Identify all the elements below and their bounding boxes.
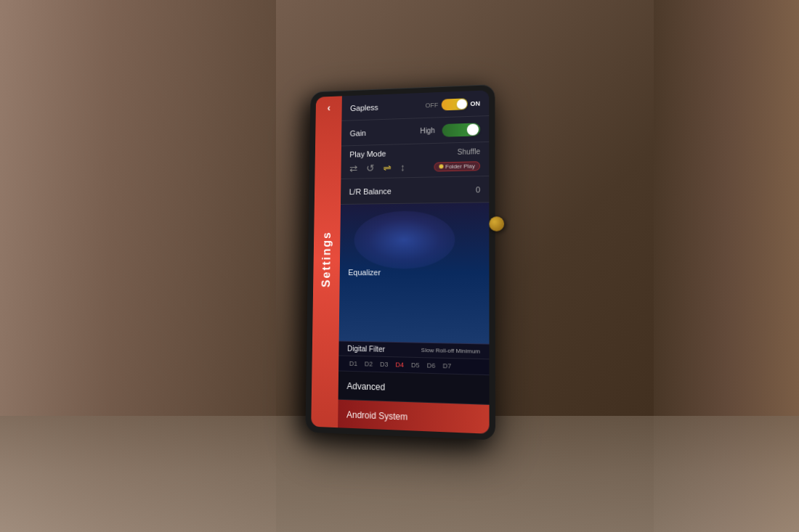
sidebar-title: Settings bbox=[320, 231, 333, 287]
volume-knob[interactable] bbox=[489, 216, 504, 231]
play-icon-alt[interactable]: ↕ bbox=[400, 161, 405, 173]
gain-knob bbox=[467, 123, 479, 134]
eq-glow bbox=[354, 210, 455, 269]
play-mode-value: Shuffle bbox=[458, 147, 480, 155]
gapless-on-label: ON bbox=[470, 99, 480, 107]
digital-filter-label: Digital Filter bbox=[347, 344, 385, 353]
sidebar: ‹ Settings bbox=[311, 96, 342, 427]
gapless-toggle[interactable] bbox=[441, 97, 467, 110]
play-mode-header: Play Mode Shuffle bbox=[349, 147, 480, 158]
filter-d6[interactable]: D6 bbox=[425, 361, 438, 370]
gain-row: Gain High bbox=[341, 115, 489, 146]
filter-d3[interactable]: D3 bbox=[378, 359, 390, 369]
scene: ‹ Settings Gapless OFF ON bbox=[0, 0, 799, 532]
lr-balance-value: 0 bbox=[476, 184, 480, 193]
gapless-off-label: OFF bbox=[425, 101, 438, 108]
android-system-label: Android System bbox=[346, 409, 407, 422]
gain-label: Gain bbox=[350, 128, 366, 136]
back-button[interactable]: ‹ bbox=[327, 102, 330, 112]
filter-d4[interactable]: D4 bbox=[393, 360, 406, 369]
gain-toggle[interactable] bbox=[442, 122, 480, 136]
screen: ‹ Settings Gapless OFF ON bbox=[311, 90, 489, 434]
filter-d5[interactable]: D5 bbox=[409, 360, 422, 369]
digital-filter-value: Slow Roll-off Minimum bbox=[421, 346, 480, 354]
android-system-row[interactable]: Android System bbox=[338, 399, 490, 433]
play-mode-label: Play Mode bbox=[349, 149, 386, 158]
folder-play-text: Folder Play bbox=[445, 162, 475, 169]
lr-balance-label: L/R Balance bbox=[349, 186, 392, 195]
gapless-toggle-knob bbox=[456, 98, 466, 108]
filter-d2[interactable]: D2 bbox=[362, 359, 375, 369]
lr-balance-row: L/R Balance 0 bbox=[341, 176, 489, 204]
device: ‹ Settings Gapless OFF ON bbox=[305, 84, 495, 441]
play-icon-sequential[interactable]: ⇄ bbox=[349, 163, 358, 174]
gain-control: High bbox=[420, 122, 480, 136]
folder-play-dot bbox=[439, 164, 443, 168]
folder-play-button[interactable]: Folder Play bbox=[434, 160, 480, 171]
filter-d7[interactable]: D7 bbox=[441, 361, 454, 370]
device-wrapper: ‹ Settings Gapless OFF ON bbox=[305, 84, 495, 441]
advanced-row[interactable]: Advanced bbox=[338, 371, 490, 404]
gapless-label: Gapless bbox=[350, 102, 378, 112]
equalizer-section: Equalizer bbox=[339, 202, 490, 344]
advanced-label: Advanced bbox=[346, 380, 385, 392]
gain-value: High bbox=[420, 126, 434, 134]
filter-d1[interactable]: D1 bbox=[347, 359, 360, 368]
gapless-toggle-container: OFF ON bbox=[425, 97, 480, 111]
equalizer-label: Equalizer bbox=[348, 268, 381, 277]
gapless-row: Gapless OFF ON bbox=[341, 90, 489, 121]
main-content: Gapless OFF ON Gain High bbox=[338, 90, 490, 434]
play-mode-row: Play Mode Shuffle ⇄ ↺ ⇌ ↕ Folder Play bbox=[341, 142, 489, 179]
play-icon-shuffle[interactable]: ⇌ bbox=[383, 162, 392, 173]
play-mode-icons: ⇄ ↺ ⇌ ↕ Folder Play bbox=[349, 160, 480, 174]
play-icon-repeat[interactable]: ↺ bbox=[366, 162, 375, 173]
